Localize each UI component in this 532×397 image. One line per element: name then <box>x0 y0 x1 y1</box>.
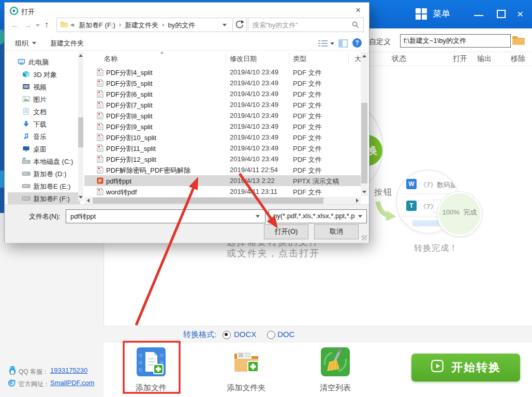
search-input[interactable]: 搜索"by的文件" <box>248 18 364 32</box>
resize-grip[interactable] <box>362 235 367 240</box>
file-date: 2019/4/10 23:49 <box>230 133 278 141</box>
add-file-icon[interactable] <box>137 347 166 376</box>
dialog-sidebar-item[interactable]: 本地磁盘 (C:) <box>8 155 80 167</box>
scroll-up-icon[interactable] <box>79 54 83 57</box>
add-folder-icon[interactable] <box>232 347 261 376</box>
open-button[interactable]: 打开(O) <box>264 224 308 239</box>
qq-service-link[interactable]: 1933175230 <box>50 367 87 374</box>
format-radio-doc[interactable] <box>267 331 275 339</box>
view-list-icon[interactable] <box>318 39 328 48</box>
cancel-button[interactable]: 取消 <box>314 224 359 239</box>
file-type: PDF 文件 <box>293 155 322 164</box>
start-convert-button[interactable]: 开始转换 <box>411 354 520 381</box>
file-row[interactable]: Ppdf转ppt2019/4/13 2:22PPTX 演示文稿 <box>84 175 361 186</box>
back-icon[interactable]: ← <box>11 21 19 29</box>
dialog-sidebar-item[interactable]: 视频 <box>8 81 80 93</box>
dialog-sidebar-item[interactable]: 音乐 <box>8 130 80 142</box>
filetype-filter[interactable]: ny(*.pdf,*.xls,*.xlsx,*.ppt,*.p <box>269 209 367 223</box>
forward-icon[interactable]: → <box>24 21 32 29</box>
app-column-header[interactable]: 输出 <box>477 54 492 64</box>
menu-button[interactable]: 菜单 <box>416 8 450 20</box>
scroll-left-icon[interactable] <box>87 198 90 203</box>
file-row[interactable]: word转pdf2019/4/11 23:11PDF 文件 <box>84 186 361 197</box>
minimize-button[interactable] <box>474 15 483 16</box>
pdf-file-icon <box>97 155 104 163</box>
dialog-sidebar-item[interactable]: 新加卷F (F:) <box>8 192 80 204</box>
maximize-button[interactable] <box>497 10 506 18</box>
column-header[interactable]: 名称 <box>104 54 208 64</box>
website-link[interactable]: SmallPDF.com <box>50 379 94 387</box>
breadcrumb-item[interactable]: 新建文件夹 <box>125 21 158 30</box>
dialog-sidebar-item[interactable]: 桌面 <box>8 143 80 155</box>
file-date: 2019/4/11 23:11 <box>230 188 277 195</box>
file-row[interactable]: PDF解除密码_PDF密码解除2019/4/11 22:54PDF 文件 <box>84 164 361 175</box>
svg-text:e: e <box>10 380 12 386</box>
column-separator <box>226 53 226 65</box>
clear-list-icon[interactable] <box>321 347 350 376</box>
file-row[interactable]: PDF分割7_split2019/4/10 23:49PDF 文件 <box>84 99 361 110</box>
horizontal-scroll-thumb[interactable] <box>93 197 323 204</box>
file-type: PDF 文件 <box>293 133 322 143</box>
format-option-label[interactable]: DOC <box>277 330 294 339</box>
address-dropdown-icon[interactable] <box>223 24 227 26</box>
file-row[interactable]: PDF分割9_split2019/4/10 23:49PDF 文件 <box>84 121 361 132</box>
app-column-header[interactable]: 状态 <box>392 54 406 64</box>
filename-input[interactable]: pdf转ppt <box>66 209 265 223</box>
dialog-sidebar-item[interactable]: 图片 <box>8 93 80 105</box>
organize-dropdown-icon[interactable] <box>32 42 36 44</box>
dialog-sidebar-item[interactable]: 此电脑 <box>8 56 80 68</box>
breadcrumb-item[interactable]: by的文件 <box>168 21 195 30</box>
app-column-header[interactable]: 打开 <box>453 54 467 64</box>
dialog-close-button[interactable]: × <box>350 4 366 17</box>
dialog-sidebar-item[interactable]: 新加卷 (D:) <box>8 167 80 179</box>
file-row[interactable]: PDF分割12_split2019/4/10 23:49PDF 文件 <box>84 154 361 164</box>
sidebar-item-label: 文档 <box>33 108 47 117</box>
breadcrumb-item[interactable]: 新加卷F (F:) <box>79 21 115 30</box>
action-label-add-file[interactable]: 添加文件 <box>136 383 167 393</box>
file-name: PDF分割10_split <box>106 133 156 143</box>
sidebar-scroll-thumb[interactable] <box>78 117 83 147</box>
folder-browse-icon[interactable] <box>511 34 526 46</box>
refresh-button[interactable] <box>232 18 247 32</box>
output-path-input[interactable] <box>400 34 511 48</box>
format-option-label[interactable]: DOCX <box>234 330 256 339</box>
breadcrumb-prefix[interactable]: « <box>71 21 75 28</box>
txt-file-icon: T <box>406 201 417 211</box>
new-folder-button[interactable]: 新建文件夹 <box>50 39 84 48</box>
dialog-sidebar-item[interactable]: 文档 <box>8 105 80 117</box>
view-dropdown-icon[interactable] <box>330 42 334 45</box>
file-row[interactable]: PDF分割6_split2019/4/10 23:49PDF 文件 <box>84 88 361 99</box>
action-label-add-folder[interactable]: 添加文件夹 <box>227 383 266 393</box>
scroll-up-icon[interactable] <box>362 55 366 57</box>
file-type: PDF 文件 <box>293 188 322 197</box>
address-bar[interactable]: « 新加卷F (F:)›新建文件夹›by的文件 <box>56 18 233 32</box>
app-column-header[interactable]: 移除 <box>511 54 525 64</box>
progress-complete-badge: 100% 完成 <box>437 192 482 236</box>
scroll-right-icon[interactable] <box>356 198 359 203</box>
file-row[interactable]: PDF分割8_split2019/4/10 23:49PDF 文件 <box>84 110 361 121</box>
file-row[interactable]: PDF分割10_split2019/4/10 23:49PDF 文件 <box>84 132 361 143</box>
action-label-clear-list[interactable]: 清空列表 <box>320 383 351 393</box>
format-radio-docx[interactable] <box>223 331 231 339</box>
dialog-sidebar-item[interactable]: 3D 对象 <box>8 68 80 80</box>
dialog-sidebar-item[interactable]: 新加卷E (E:) <box>8 180 80 192</box>
column-separator <box>348 53 349 65</box>
file-row[interactable]: PDF分割4_split2019/4/10 23:49PDF 文件 <box>84 67 361 78</box>
preview-pane-icon[interactable] <box>338 39 348 48</box>
organize-menu[interactable]: 组织 <box>15 39 28 48</box>
up-icon[interactable]: ↑ <box>45 21 49 29</box>
column-header[interactable]: 类型 <box>293 54 345 64</box>
music-icon <box>22 132 31 140</box>
file-row[interactable]: PDF分割5_split2019/4/10 23:49PDF 文件 <box>84 78 361 88</box>
help-icon[interactable]: ? <box>352 38 362 48</box>
filename-dropdown-icon[interactable] <box>256 215 260 218</box>
history-dropdown-icon[interactable] <box>36 24 40 27</box>
scroll-down-icon[interactable] <box>79 196 83 198</box>
dialog-sidebar-item[interactable]: 下载 <box>8 118 80 130</box>
filelist-scroll-thumb[interactable] <box>361 103 367 184</box>
column-header[interactable]: 修改日期 <box>230 54 282 64</box>
file-row[interactable]: PDF分割11_split2019/4/10 23:49PDF 文件 <box>84 143 361 154</box>
app-close-button[interactable]: × <box>517 7 523 21</box>
scroll-down-icon[interactable] <box>362 191 366 193</box>
filter-dropdown-icon[interactable] <box>358 215 362 218</box>
